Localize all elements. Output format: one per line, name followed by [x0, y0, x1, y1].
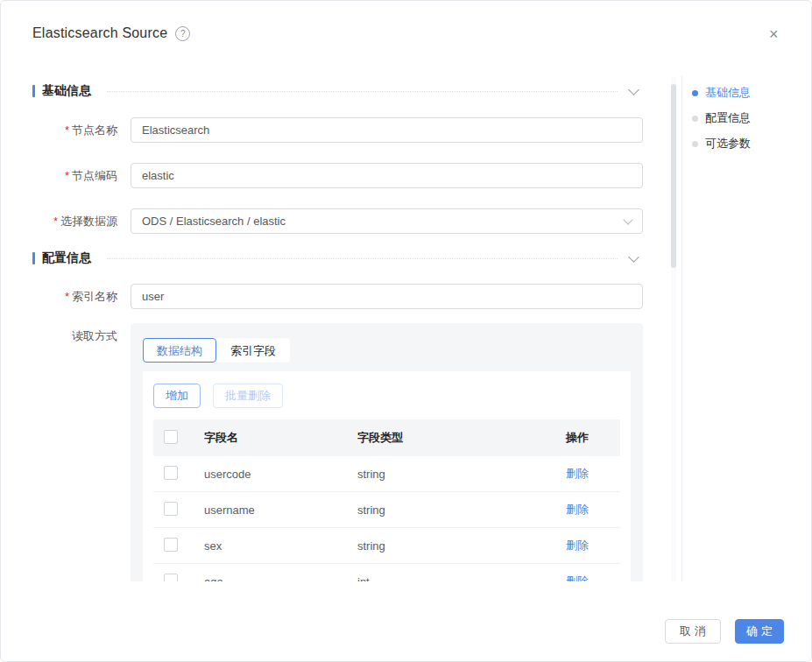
- scrollbar-thumb[interactable]: [671, 84, 676, 268]
- index-name-value: user: [142, 290, 164, 303]
- node-code-input[interactable]: elastic: [131, 163, 643, 188]
- read-mode-label: 读取方式: [32, 323, 117, 349]
- content-scrollbar[interactable]: [671, 76, 676, 581]
- anchor-dot-icon: [692, 141, 698, 147]
- field-name-cell: username: [195, 504, 349, 517]
- section-title-config: 配置信息: [42, 250, 91, 266]
- anchor-nav: 基础信息 配置信息 可选参数: [692, 86, 751, 151]
- anchor-dot-icon: [692, 116, 698, 122]
- section-accent-bar: [32, 85, 35, 97]
- table-header-row: 字段名 字段类型 操作: [153, 419, 620, 456]
- form-row-datasource: *选择数据源 ODS / Elasticsearch / elastic: [32, 208, 643, 234]
- required-marker: *: [65, 290, 69, 303]
- help-icon[interactable]: ?: [175, 26, 190, 41]
- table-row: usercode string 删除: [153, 456, 620, 491]
- form-row-node-name: *节点名称 Elasticsearch: [32, 117, 643, 143]
- datasource-value: ODS / Elasticsearch / elastic: [142, 215, 286, 228]
- section-header-basic: 基础信息: [32, 84, 643, 98]
- form-row-read-mode: 读取方式 数据结构 索引字段 增加 批量删除: [32, 323, 643, 581]
- dialog-title: Elasticsearch Source: [32, 25, 167, 41]
- row-checkbox[interactable]: [164, 466, 178, 480]
- field-type-cell: string: [349, 539, 566, 553]
- field-name-cell: sex: [195, 539, 349, 553]
- row-checkbox-cell: [153, 538, 195, 554]
- confirm-button[interactable]: 确定: [735, 619, 784, 644]
- delete-link[interactable]: 删除: [566, 574, 589, 581]
- header-checkbox-cell: [153, 430, 195, 447]
- row-checkbox-cell: [153, 502, 195, 518]
- collapse-chevron-icon[interactable]: [628, 251, 639, 263]
- table-toolbar: 增加 批量删除: [153, 384, 620, 408]
- index-name-input[interactable]: user: [131, 284, 643, 309]
- section-dotted-divider: [107, 91, 618, 92]
- table-row: age int 删除: [153, 563, 620, 581]
- add-button[interactable]: 增加: [153, 384, 201, 408]
- section-header-config: 配置信息: [32, 251, 643, 265]
- delete-link[interactable]: 删除: [566, 503, 589, 516]
- tab-data-structure[interactable]: 数据结构: [143, 338, 216, 363]
- label-text: 节点编码: [72, 169, 117, 182]
- close-icon[interactable]: ×: [769, 26, 779, 42]
- chevron-down-icon: [623, 215, 632, 224]
- delete-link[interactable]: 删除: [566, 539, 589, 552]
- table-row: username string 删除: [153, 491, 620, 527]
- column-header-action: 操作: [566, 430, 620, 446]
- label-text: 选择数据源: [60, 215, 117, 228]
- required-marker: *: [65, 169, 69, 182]
- field-name-cell: age: [195, 575, 349, 582]
- read-mode-panel: 数据结构 索引字段 增加 批量删除 字段名 字段类型: [131, 323, 643, 581]
- label-text: 索引名称: [72, 290, 117, 303]
- tab-index-fields[interactable]: 索引字段: [216, 338, 290, 363]
- index-name-label: *索引名称: [32, 284, 117, 309]
- column-header-field-type: 字段类型: [349, 430, 566, 446]
- required-marker: *: [65, 123, 69, 137]
- vertical-divider: [681, 76, 682, 581]
- anchor-item-basic[interactable]: 基础信息: [692, 86, 751, 100]
- section-dotted-divider: [107, 258, 618, 259]
- required-marker: *: [53, 215, 58, 228]
- dialog-header: Elasticsearch Source ?: [32, 25, 190, 41]
- table-row: sex string 删除: [153, 527, 620, 563]
- node-code-value: elastic: [142, 169, 174, 182]
- row-checkbox-cell: [153, 574, 195, 582]
- datasource-label: *选择数据源: [32, 208, 117, 234]
- fields-table: 字段名 字段类型 操作 usercode string 删除: [153, 419, 620, 581]
- row-checkbox[interactable]: [164, 538, 178, 552]
- datasource-select[interactable]: ODS / Elasticsearch / elastic: [131, 208, 643, 234]
- node-name-input[interactable]: Elasticsearch: [131, 117, 643, 143]
- section-accent-bar: [32, 252, 35, 264]
- field-type-cell: int: [349, 575, 566, 582]
- dialog-footer: 取消 确定: [665, 619, 784, 644]
- anchor-item-config[interactable]: 配置信息: [692, 111, 751, 125]
- node-name-value: Elasticsearch: [142, 123, 209, 137]
- anchor-dot-icon: [692, 90, 698, 96]
- anchor-item-optional[interactable]: 可选参数: [692, 137, 751, 151]
- node-name-label: *节点名称: [32, 117, 117, 143]
- collapse-chevron-icon[interactable]: [628, 84, 639, 95]
- field-type-cell: string: [349, 504, 566, 517]
- node-code-label: *节点编码: [32, 163, 117, 188]
- anchor-label: 基础信息: [705, 85, 751, 101]
- row-checkbox[interactable]: [164, 574, 178, 582]
- column-header-field-name: 字段名: [195, 430, 349, 446]
- label-text: 节点名称: [72, 123, 117, 137]
- field-name-cell: usercode: [195, 468, 349, 481]
- row-checkbox[interactable]: [164, 502, 178, 516]
- elasticsearch-source-dialog: Elasticsearch Source ? × 基础信息 *节点名称 Elas…: [0, 0, 812, 662]
- section-title-basic: 基础信息: [42, 83, 91, 99]
- row-checkbox-cell: [153, 466, 195, 482]
- batch-delete-button[interactable]: 批量删除: [213, 384, 283, 408]
- read-mode-tabs: 数据结构 索引字段: [143, 338, 290, 363]
- form-row-index-name: *索引名称 user: [32, 284, 643, 309]
- anchor-label: 可选参数: [705, 136, 751, 151]
- anchor-label: 配置信息: [705, 110, 751, 126]
- select-all-checkbox[interactable]: [164, 430, 178, 444]
- field-type-cell: string: [349, 468, 566, 481]
- form-row-node-code: *节点编码 elastic: [32, 163, 643, 188]
- dialog-body: 基础信息 *节点名称 Elasticsearch *节点编码 elastic *…: [32, 76, 643, 581]
- delete-link[interactable]: 删除: [566, 467, 589, 480]
- fields-table-panel: 增加 批量删除 字段名 字段类型 操作: [143, 371, 631, 581]
- cancel-button[interactable]: 取消: [665, 619, 721, 644]
